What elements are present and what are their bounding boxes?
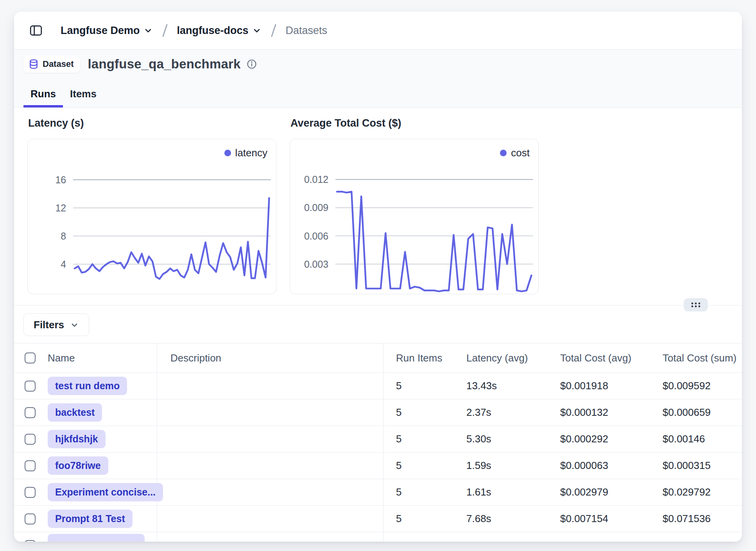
table-row[interactable]: foo78riwe51.59s$0.000063$0.000315 [14,453,742,479]
total-cost-sum-cell: $0.00146 [663,426,742,452]
tab-items[interactable]: Items [63,88,104,107]
run-description-cell [157,399,383,426]
run-items-cell: 5 [383,453,466,479]
total-cost-avg-cell [560,532,663,542]
run-items-cell [383,532,466,542]
latency-avg-cell: 5.30s [466,426,560,452]
select-all-checkbox[interactable] [25,352,36,363]
cost-legend: cost [500,147,530,159]
row-checkbox[interactable] [25,460,36,471]
row-checkbox[interactable] [25,487,36,498]
cost-chart-title: Average Total Cost ($) [290,117,539,129]
chevron-down-icon [252,26,262,35]
breadcrumb-separator [269,23,278,38]
table-row[interactable]: hjkfdshjk55.30s$0.000292$0.00146 [14,426,742,453]
cost-chart: 0.0030.0060.0090.012 cost [290,139,539,294]
row-select-cell [14,532,48,542]
database-icon [29,59,39,69]
cost-chart-canvas: 0.0030.0060.0090.012 [290,139,538,294]
run-name-badge[interactable]: foo78riwe [48,456,108,475]
run-name-badge[interactable] [48,534,145,542]
column-header-description: Description [157,343,383,372]
dataset-badge-label: Dataset [43,59,73,69]
row-select-cell [14,453,48,479]
table-row[interactable] [14,532,742,542]
latency-avg-cell: 7.68s [466,506,560,532]
breadcrumb-org[interactable]: Langfuse Demo [61,25,153,37]
run-description-cell [157,479,383,505]
chevron-down-icon [70,320,79,329]
latency-avg-cell: 1.59s [466,453,560,479]
table-row[interactable]: Experiment concise...51.61s$0.002979$0.0… [14,479,742,506]
legend-label: cost [511,147,530,159]
run-description-cell [157,532,383,542]
run-name-badge[interactable]: backtest [48,403,102,422]
run-name-badge[interactable]: hjkfdshjk [48,430,106,448]
run-name-cell: hjkfdshjk [48,426,157,452]
breadcrumb-page: Datasets [286,25,328,37]
page-title: langfuse_qa_benchmark [88,57,240,72]
run-description-cell [157,453,383,479]
breadcrumb-project-label: langfuse-docs [177,25,249,37]
row-select-cell [14,399,48,426]
tab-runs[interactable]: Runs [23,88,63,107]
main-card: Langfuse Demo langfuse-docs Datasets [14,12,742,542]
svg-text:8: 8 [61,231,66,242]
column-header-run-items: Run Items [383,343,466,372]
breadcrumb: Langfuse Demo langfuse-docs Datasets [14,12,742,50]
total-cost-sum-cell: $0.000315 [663,453,742,479]
run-description-cell [157,373,383,399]
column-header-total-cost-avg: Total Cost (avg) [560,343,663,372]
chevron-down-icon [143,26,153,35]
dataset-badge: Dataset [23,55,80,73]
run-description-cell [157,426,383,452]
latency-avg-cell [466,532,560,542]
row-select-cell [14,479,48,505]
run-name-badge[interactable]: Experiment concise... [48,483,163,501]
sidebar-toggle-icon[interactable] [29,24,43,37]
latency-chart-canvas: 481216 [28,139,276,294]
latency-avg-cell: 2.37s [466,399,560,426]
tab-bar: Runs Items [14,88,742,107]
latency-avg-cell: 13.43s [466,373,560,399]
row-checkbox[interactable] [25,513,36,524]
svg-text:0.003: 0.003 [304,259,328,270]
total-cost-sum-cell: $0.071536 [663,506,742,532]
run-name-badge[interactable]: Prompt 81 Test [48,510,133,528]
latency-legend: latency [224,147,267,159]
row-select-cell [14,426,48,452]
info-icon[interactable] [246,59,257,70]
breadcrumb-page-label: Datasets [286,25,328,37]
table-header-row: Name Description Run Items Latency (avg)… [14,343,742,373]
total-cost-avg-cell: $0.000292 [560,426,663,452]
column-header-latency-avg: Latency (avg) [466,343,560,372]
breadcrumb-org-label: Langfuse Demo [61,25,140,37]
section-resize-handle[interactable] [684,298,708,311]
run-name-badge[interactable]: test run demo [48,377,127,395]
svg-text:16: 16 [55,174,66,185]
total-cost-sum-cell: $0.009592 [663,373,742,399]
breadcrumb-separator [160,23,170,38]
row-checkbox[interactable] [25,407,36,418]
row-checkbox[interactable] [25,434,36,445]
row-checkbox[interactable] [25,540,36,542]
row-checkbox[interactable] [25,381,36,392]
table-row[interactable]: test run demo513.43s$0.001918$0.009592 [14,373,742,399]
column-header-name: Name [48,343,157,372]
legend-label: latency [235,147,267,159]
svg-text:0.006: 0.006 [304,231,328,242]
filters-button[interactable]: Filters [23,313,89,336]
svg-text:4: 4 [61,259,66,270]
legend-dot-icon [224,150,231,156]
run-name-cell: Experiment concise... [48,479,157,505]
row-select-cell [14,506,48,532]
svg-text:12: 12 [55,202,66,213]
total-cost-avg-cell: $0.002979 [560,479,663,505]
table-row[interactable]: backtest52.37s$0.000132$0.000659 [14,399,742,426]
breadcrumb-project[interactable]: langfuse-docs [177,25,262,37]
latency-avg-cell: 1.61s [466,479,560,505]
table-row[interactable]: Prompt 81 Test57.68s$0.007154$0.071536 [14,506,742,532]
charts-section: Latency (s) 481216 latency Average Total… [14,108,742,306]
run-name-cell: backtest [48,399,157,426]
run-name-cell [48,532,157,542]
